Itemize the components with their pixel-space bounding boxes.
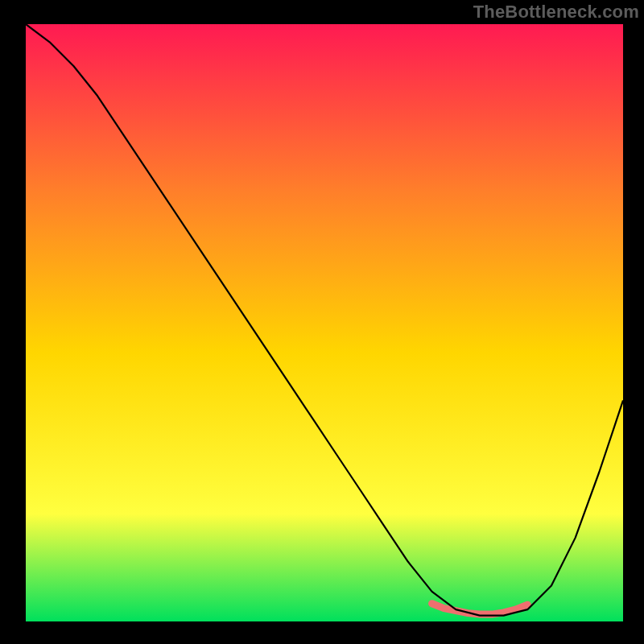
- plot-area: [26, 24, 623, 621]
- gradient-background: [26, 24, 623, 621]
- chart-svg: [26, 24, 623, 621]
- watermark-text: TheBottleneck.com: [473, 2, 639, 23]
- chart-container: TheBottleneck.com: [0, 0, 644, 644]
